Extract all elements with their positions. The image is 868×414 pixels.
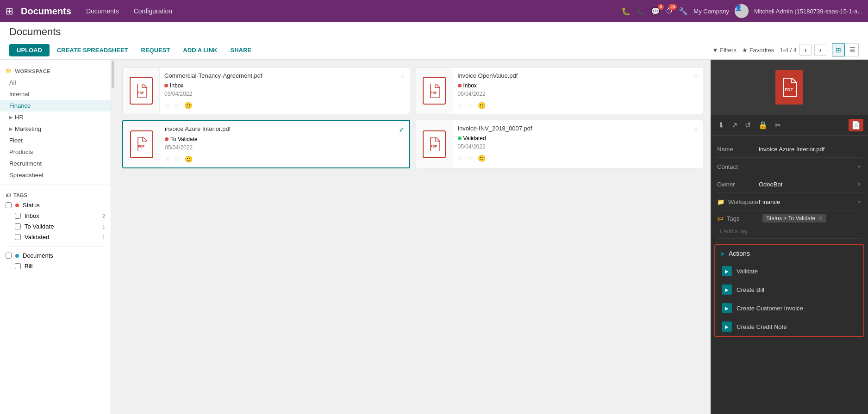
pagination-prev[interactable]: ‹ xyxy=(799,44,812,56)
actions-header-label: Actions xyxy=(729,250,750,257)
doc-action-emoji-3[interactable]: 🙂 xyxy=(184,154,194,164)
field-label-tags: 🏷 Tags xyxy=(717,215,759,222)
request-button[interactable]: REQUEST xyxy=(136,44,176,56)
field-label-name: Name xyxy=(717,146,759,153)
doc-select-2[interactable]: ○ xyxy=(693,72,698,80)
field-row-name: Name invoice Azure Interior.pdf xyxy=(717,141,862,158)
doc-action-emoji-1[interactable]: 🙂 xyxy=(183,101,193,110)
tag-icon: 🏷 xyxy=(6,192,11,198)
doc-card-2[interactable]: PDF invoice OpenValue.pdf ○ Inbox 05/04/… xyxy=(416,67,704,114)
doc-action-circle-3[interactable]: ○ xyxy=(165,154,170,164)
panel-split-btn[interactable]: ✂ xyxy=(772,119,784,131)
doc-action-star-4[interactable]: ☆ xyxy=(466,154,474,163)
sidebar-item-marketing[interactable]: ▶ Marketing xyxy=(0,123,111,135)
share-button[interactable]: SHARE xyxy=(225,44,257,56)
tag-chip-remove[interactable]: ✕ xyxy=(818,215,823,222)
tag-inbox[interactable]: Inbox 2 xyxy=(6,210,105,221)
sidebar-item-spreadsheet[interactable]: Spreadsheet xyxy=(0,169,111,181)
doc-thumbnail-1: PDF xyxy=(123,68,160,114)
bug-icon[interactable]: 🐛 xyxy=(621,7,631,16)
doc-action-circle-1[interactable]: ○ xyxy=(164,101,170,110)
panel-fields: Name invoice Azure Interior.pdf Contact … xyxy=(711,136,868,244)
doc-card-3[interactable]: PDF invoice Azure Interior.pdf ✓ To Vali… xyxy=(122,120,410,168)
scroll-area[interactable] xyxy=(111,60,115,414)
doc-select-3[interactable]: ✓ xyxy=(399,125,405,134)
doc-action-star-3[interactable]: ☆ xyxy=(173,154,181,164)
field-value-workspace[interactable]: Finance ▼ xyxy=(759,198,862,205)
doc-select-1[interactable]: ○ xyxy=(400,72,405,80)
tag-to-validate-checkbox[interactable] xyxy=(15,223,21,229)
panel-lock-btn[interactable]: 🔒 xyxy=(756,119,770,131)
action-validate[interactable]: ▶ Validate xyxy=(715,262,863,280)
tag-status-checkbox[interactable] xyxy=(6,202,12,208)
doc-action-circle-2[interactable]: ○ xyxy=(458,101,463,110)
top-nav-icons: 🐛 📞 💬 5 ⏱ 23 🔧 My Company 👤 Mitchell Adm… xyxy=(621,4,862,18)
tag-documents-checkbox[interactable] xyxy=(6,253,12,259)
tag-validated[interactable]: Validated 1 xyxy=(6,232,105,242)
nav-configuration[interactable]: Configuration xyxy=(130,6,176,17)
pagination-next[interactable]: › xyxy=(814,44,826,56)
sidebar-item-products[interactable]: Products xyxy=(0,146,111,158)
field-row-owner: Owner OdooBot ▼ xyxy=(717,176,862,193)
wrench-icon[interactable]: 🔧 xyxy=(679,7,688,16)
tag-label-icon: 🏷 xyxy=(717,215,723,222)
field-label-owner: Owner xyxy=(717,181,759,188)
sidebar-item-hr[interactable]: ▶ HR xyxy=(0,111,111,123)
sidebar-item-all[interactable]: All xyxy=(0,77,111,88)
field-value-name[interactable]: invoice Azure Interior.pdf xyxy=(759,146,862,153)
create-spreadsheet-button[interactable]: CREATE SPREADSHEET xyxy=(51,44,134,56)
view-toggle: ⊞ ☰ xyxy=(832,43,859,56)
clock-icon[interactable]: ⏱ 23 xyxy=(666,7,673,15)
actions-header[interactable]: ▶ Actions xyxy=(715,245,863,262)
panel-replace-btn[interactable]: ↺ xyxy=(742,119,754,131)
action-create-bill[interactable]: ▶ Create Bill xyxy=(715,280,863,299)
filters-button[interactable]: ▼ Filters xyxy=(712,47,736,54)
grid-view-button[interactable]: ⊞ xyxy=(832,43,845,56)
sidebar-item-internal[interactable]: Internal xyxy=(0,88,111,100)
list-view-button[interactable]: ☰ xyxy=(846,43,859,56)
doc-action-star-2[interactable]: ☆ xyxy=(466,101,474,110)
actions-section: ▶ Actions ▶ Validate ▶ Create Bill ▶ Cre… xyxy=(714,244,864,337)
tag-status[interactable]: Status xyxy=(6,200,105,210)
doc-actions-3: ○ ☆ 🙂 xyxy=(165,154,405,164)
tag-to-validate[interactable]: To Validate 1 xyxy=(6,221,105,232)
favorites-button[interactable]: ★ Favorites xyxy=(742,47,774,54)
doc-action-star-1[interactable]: ☆ xyxy=(173,101,181,110)
panel-action-bar: ⬇ ↗ ↺ 🔒 ✂ 📄 xyxy=(711,115,868,136)
doc-date-4: 05/04/2022 xyxy=(458,143,699,150)
doc-action-emoji-4[interactable]: 🙂 xyxy=(477,154,487,163)
doc-select-4[interactable]: ○ xyxy=(693,125,698,133)
doc-name-row-3: invoice Azure Interior.pdf ✓ xyxy=(165,125,405,134)
sidebar-item-recruitment[interactable]: Recruitment xyxy=(0,158,111,169)
tag-inbox-checkbox[interactable] xyxy=(15,213,21,219)
sidebar-item-finance[interactable]: Finance xyxy=(0,100,111,111)
action-create-customer-invoice[interactable]: ▶ Create Customer Invoice xyxy=(715,299,863,317)
tag-documents[interactable]: Documents xyxy=(6,250,105,261)
field-value-owner[interactable]: OdooBot ▼ xyxy=(759,181,862,188)
action-create-credit-note[interactable]: ▶ Create Credit Note xyxy=(715,317,863,336)
add-link-button[interactable]: ADD A LINK xyxy=(177,44,223,56)
field-value-contact[interactable]: ▼ xyxy=(759,164,862,169)
tag-bill[interactable]: Bill xyxy=(6,261,105,272)
nav-documents[interactable]: Documents xyxy=(82,6,123,17)
doc-card-4[interactable]: PDF Invoice-INV_2018_0007.pdf ○ Validate… xyxy=(416,120,704,168)
phone-icon[interactable]: 📞 xyxy=(636,7,645,16)
body-layout: 📁 WORKSPACE All Internal Finance ▶ HR ▶ … xyxy=(0,60,868,414)
panel-archive-btn[interactable]: 📄 xyxy=(849,119,863,131)
tag-validated-checkbox[interactable] xyxy=(15,234,21,240)
add-tag-button[interactable]: + Add a tag xyxy=(717,227,749,235)
sidebar-resize-handle[interactable] xyxy=(109,60,111,414)
doc-action-emoji-2[interactable]: 🙂 xyxy=(477,101,487,110)
upload-button[interactable]: UPLOAD xyxy=(9,44,50,56)
company-name: My Company xyxy=(693,8,729,15)
doc-action-circle-4[interactable]: ○ xyxy=(458,154,463,163)
doc-card-1[interactable]: PDF Commercial-Tenancy-Agreement.pdf ○ I… xyxy=(122,67,410,114)
panel-download-btn[interactable]: ⬇ xyxy=(715,119,727,131)
sidebar-item-fleet[interactable]: Fleet xyxy=(0,135,111,146)
panel-share-btn[interactable]: ↗ xyxy=(729,119,740,131)
avatar[interactable]: 👤 xyxy=(735,4,749,18)
tag-bill-checkbox[interactable] xyxy=(15,263,21,269)
chat-icon[interactable]: 💬 5 xyxy=(651,7,660,16)
scroll-thumb xyxy=(112,61,114,88)
app-grid-icon[interactable]: ⊞ xyxy=(6,6,13,17)
